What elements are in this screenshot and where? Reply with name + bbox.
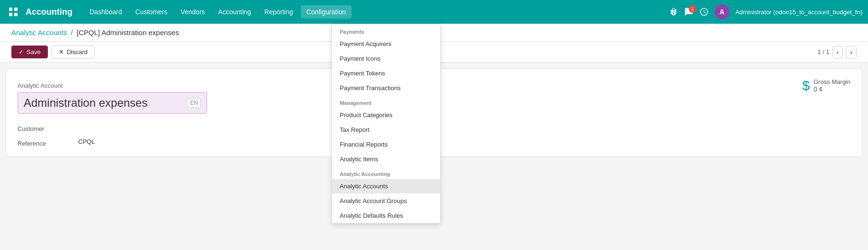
nav-dashboard[interactable]: Dashboard: [84, 5, 128, 19]
nav-vendors[interactable]: Vendors: [175, 5, 210, 19]
reference-label: Reference: [18, 138, 74, 147]
menu-payment-transactions[interactable]: Payment Transactions: [332, 81, 440, 95]
nav-customers[interactable]: Customers: [130, 5, 173, 19]
menu-analytic-items[interactable]: Analytic Items: [332, 152, 440, 163]
save-check-icon: ✓: [18, 48, 24, 56]
menu-tax-report[interactable]: Tax Report: [332, 122, 440, 137]
app-grid-icon[interactable]: [6, 4, 21, 19]
discard-x-icon: ✕: [59, 48, 64, 56]
menu-product-categories[interactable]: Product Categories: [332, 108, 440, 122]
breadcrumb-parent[interactable]: Analytic Accounts: [11, 28, 67, 37]
reference-value: CPQL: [78, 138, 850, 145]
gross-margin-section: $ Gross Margin 0 ¢: [802, 78, 850, 93]
payments-section-header: Payments: [332, 24, 440, 37]
app-title: Accounting: [26, 7, 72, 17]
configuration-dropdown: Payments Payment Acquirers Payment Icons…: [332, 24, 441, 163]
nav-links: Dashboard Customers Vendors Accounting R…: [84, 5, 669, 19]
nav-right: 1 A Administrator (odoo15_to_account_bud…: [669, 4, 862, 19]
pagination-text: 1 / 1: [817, 48, 829, 56]
gross-margin-label: Gross Margin: [814, 78, 850, 85]
prev-page-button[interactable]: ‹: [832, 46, 843, 58]
pagination: 1 / 1 ‹ ›: [817, 46, 857, 58]
svg-rect-2: [9, 13, 12, 16]
breadcrumb-current: [CPQL] Administration expenses: [77, 28, 179, 37]
dollar-icon: $: [802, 78, 810, 93]
top-nav: Accounting Dashboard Customers Vendors A…: [0, 0, 868, 24]
user-avatar[interactable]: A: [714, 4, 730, 19]
menu-payment-icons[interactable]: Payment Icons: [332, 51, 440, 66]
menu-payment-tokens[interactable]: Payment Tokens: [332, 66, 440, 81]
en-badge: EN: [187, 98, 201, 108]
notif-badge: 1: [689, 5, 696, 13]
account-name-input[interactable]: Administration expenses EN: [18, 92, 207, 114]
menu-payment-acquirers[interactable]: Payment Acquirers: [332, 37, 440, 51]
customer-label: Customer: [18, 123, 74, 132]
bug-icon[interactable]: [669, 7, 678, 17]
menu-financial-reports[interactable]: Financial Reports: [332, 137, 440, 152]
user-name: Administrator (odoo15_to_account_budget_…: [735, 9, 862, 16]
breadcrumb-separator: /: [71, 28, 73, 37]
gross-margin-value: 0 ¢: [814, 85, 850, 93]
next-page-button[interactable]: ›: [846, 46, 857, 58]
svg-rect-1: [14, 8, 18, 11]
management-section-header: Management: [332, 95, 440, 108]
svg-rect-0: [9, 8, 12, 11]
nav-accounting[interactable]: Accounting: [213, 5, 257, 19]
chat-icon[interactable]: 1: [684, 7, 694, 17]
discard-button[interactable]: ✕ Discard: [52, 46, 95, 58]
account-name-text: Administration expenses: [24, 96, 147, 110]
nav-configuration[interactable]: Configuration: [301, 5, 352, 19]
save-button[interactable]: ✓ Save: [11, 46, 48, 58]
clock-icon[interactable]: [699, 7, 709, 17]
nav-reporting[interactable]: Reporting: [259, 5, 299, 19]
svg-rect-3: [14, 13, 18, 16]
